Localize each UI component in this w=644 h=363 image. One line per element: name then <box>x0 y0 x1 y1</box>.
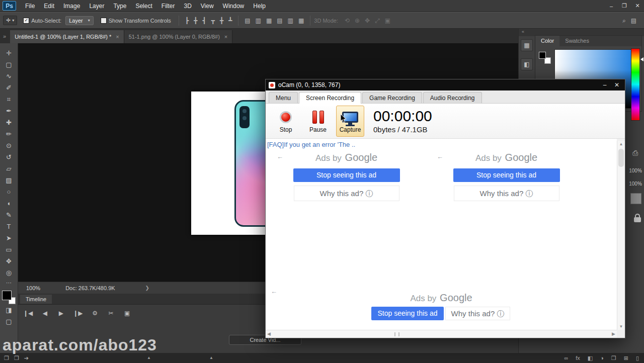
clone-stamp-tool[interactable]: ⊙ <box>3 140 16 151</box>
blur-tool[interactable]: ○ <box>3 186 16 198</box>
scroll-up-icon[interactable]: ▲ <box>147 355 151 360</box>
menu-view[interactable]: View <box>196 3 218 10</box>
photoshop-logo[interactable]: Ps <box>3 1 16 11</box>
split-clip-icon[interactable]: ✂ <box>107 310 115 317</box>
arrow-icon[interactable]: ➔ <box>24 355 29 361</box>
path-selection-tool[interactable]: ➤ <box>3 232 16 244</box>
gradient-tool[interactable]: ▨ <box>3 174 16 186</box>
distribute-icon[interactable]: ▦ <box>296 17 306 24</box>
more-tools-icon[interactable]: ⋯ <box>3 279 16 287</box>
tab-game-recording[interactable]: Game Recording <box>362 92 422 103</box>
pause-button[interactable]: Pause <box>304 106 332 137</box>
zoom-tool[interactable]: ◎ <box>3 267 16 279</box>
stop-button[interactable]: Stop <box>272 106 300 137</box>
collapse-dock-icon[interactable]: « <box>522 29 524 34</box>
auto-select-target-dropdown[interactable]: Layer ▾ <box>65 16 94 25</box>
hand-tool[interactable]: ✥ <box>3 255 16 267</box>
new-layer-icon[interactable]: ⊞ <box>624 355 628 361</box>
collapse-panels-icon[interactable]: » <box>0 33 10 43</box>
align-v-centers-icon[interactable]: ╋ <box>217 17 226 24</box>
zoom-level-field[interactable]: 100% <box>24 285 42 292</box>
align-bottom-edges-icon[interactable]: ┻ <box>226 17 234 24</box>
layer-mask-icon[interactable]: ◧ <box>588 355 593 361</box>
tab-screen-recording[interactable]: Screen Recording <box>299 92 361 104</box>
why-this-ad-button[interactable]: Why this ad? ⓘ <box>294 186 399 201</box>
collapsed-panel-button[interactable]: ▦ <box>521 39 533 51</box>
workspace-icon[interactable]: ▤ <box>628 17 639 24</box>
pen-tool[interactable]: ✎ <box>3 209 16 221</box>
why-this-ad-button[interactable]: Why this ad? ⓘ <box>445 307 510 320</box>
distribute-icon[interactable]: ▤ <box>242 17 253 24</box>
healing-brush-tool[interactable]: ✚ <box>3 117 16 128</box>
why-this-ad-button[interactable]: Why this ad? ⓘ <box>454 186 559 201</box>
align-h-centers-icon[interactable]: ╋ <box>191 17 200 24</box>
lasso-tool[interactable]: ∿ <box>3 70 16 82</box>
quick-mask-icon[interactable]: ◨ <box>3 304 16 316</box>
faq-link[interactable]: [FAQ]If you get an error 'The .. <box>267 141 355 148</box>
rectangle-tool[interactable]: ▭ <box>3 244 16 255</box>
eyedropper-tool[interactable]: ✒ <box>3 105 16 117</box>
align-right-edges-icon[interactable]: ┫ <box>200 17 208 24</box>
menu-file[interactable]: File <box>21 3 39 10</box>
menu-window[interactable]: Window <box>218 3 249 10</box>
print-icon[interactable]: ⎙ <box>632 149 638 157</box>
distribute-icon[interactable]: ▤ <box>274 17 285 24</box>
play-icon[interactable]: ▶ <box>57 310 65 317</box>
stop-seeing-ad-button[interactable]: Stop seeing this ad <box>371 307 444 320</box>
lock-icon[interactable] <box>634 217 641 222</box>
align-left-edges-icon[interactable]: ┣ <box>183 17 191 24</box>
scroll-up-icon[interactable]: ▲ <box>209 355 213 360</box>
timeline-tab[interactable]: Timeline <box>20 295 52 304</box>
close-tab-icon[interactable]: × <box>224 34 227 40</box>
panel-fg-bg-swatches[interactable] <box>539 52 551 64</box>
type-tool[interactable]: T <box>3 221 16 232</box>
menu-layer[interactable]: Layer <box>85 3 109 10</box>
menu-type[interactable]: Type <box>109 3 131 10</box>
ocam-close-icon[interactable]: ✕ <box>611 81 623 88</box>
marquee-tool[interactable]: ▢ <box>3 59 16 70</box>
vertical-scrollbar[interactable]: ▲ ▼ <box>617 141 625 330</box>
brush-tool[interactable]: ✏ <box>3 128 16 140</box>
menu-help[interactable]: Help <box>249 3 270 10</box>
document-tab-untitled[interactable]: Untitled-1 @ 100% (Layer 1, RGB/8#) * × <box>10 30 124 43</box>
crop-tool[interactable]: ⌗ <box>3 94 16 105</box>
history-brush-tool[interactable]: ↺ <box>3 151 16 163</box>
hue-slider[interactable] <box>631 48 640 121</box>
link-layers-icon[interactable]: ∞ <box>564 355 568 361</box>
restore-icon[interactable]: ❐ <box>618 3 631 9</box>
status-chevron-icon[interactable]: ❯ <box>145 285 149 291</box>
tool-preset-button[interactable]: ✛ ▾ <box>3 16 17 25</box>
quick-selection-tool[interactable]: ✐ <box>3 82 16 94</box>
tab-color[interactable]: Color <box>535 36 559 46</box>
auto-select-checkbox[interactable]: ✓ <box>23 18 29 24</box>
document-tab-51-1[interactable]: 51-1.png @ 100% (Layer 0, RGB/8#) × <box>124 30 233 43</box>
tab-swatches[interactable]: Swatches <box>559 36 595 46</box>
screen-mode-icon[interactable]: ▢ <box>3 316 16 327</box>
align-top-edges-icon[interactable]: ┳ <box>209 17 217 24</box>
distribute-icon[interactable]: ▥ <box>285 17 296 24</box>
previous-frame-icon[interactable]: ◀ <box>41 310 49 317</box>
ocam-minimize-icon[interactable]: – <box>599 81 611 88</box>
scroll-left-icon[interactable]: ◀ <box>267 331 271 336</box>
move-tool[interactable]: ✛ <box>3 47 16 59</box>
menu-select[interactable]: Select <box>131 3 156 10</box>
tab-audio-recording[interactable]: Audio Recording <box>423 92 482 103</box>
menu-filter[interactable]: Filter <box>157 3 180 10</box>
go-to-first-frame-icon[interactable]: ❙◀ <box>23 310 33 317</box>
foreground-color-swatch[interactable] <box>2 291 12 300</box>
eraser-tool[interactable]: ▱ <box>3 163 16 174</box>
layer-style-fx-icon[interactable]: fx <box>576 355 580 361</box>
collapsed-panel-button[interactable]: ◧ <box>521 58 533 70</box>
adjustment-layer-icon[interactable]: ◑ <box>600 355 604 361</box>
delete-layer-icon[interactable]: ▯ <box>636 355 639 361</box>
hue-slider-marker[interactable] <box>640 57 643 61</box>
menu-image[interactable]: Image <box>59 3 85 10</box>
gray-swatch[interactable] <box>630 193 641 204</box>
document-icon[interactable]: ❐ <box>4 355 9 361</box>
document-icon[interactable]: ❐ <box>14 355 19 361</box>
document-canvas[interactable] <box>191 92 265 235</box>
tab-menu[interactable]: Menu <box>269 92 298 103</box>
show-transform-checkbox[interactable] <box>101 18 107 24</box>
timeline-settings-icon[interactable]: ⚙ <box>91 310 99 317</box>
menu-3d[interactable]: 3D <box>179 3 196 10</box>
